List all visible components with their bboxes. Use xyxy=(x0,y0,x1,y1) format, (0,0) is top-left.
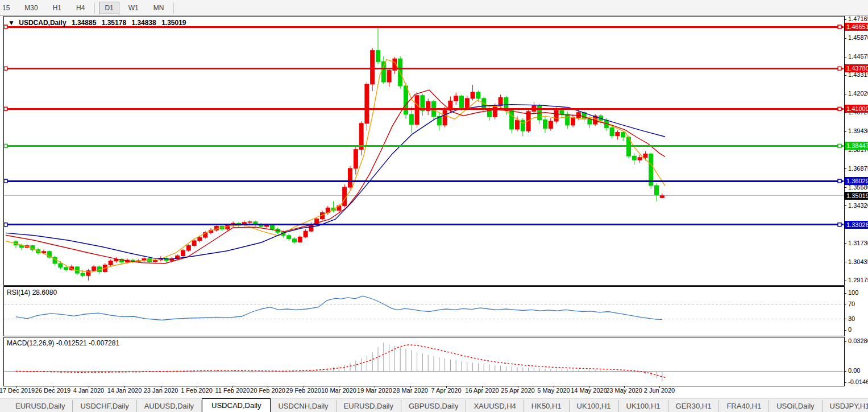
price-tick: 1.36875 xyxy=(848,165,868,172)
chart-tab-usdcnh-daily[interactable]: USDCNH,Daily xyxy=(271,400,336,412)
price-tick: 1.39430 xyxy=(848,127,868,134)
chart-tab-xauusd-h4[interactable]: XAUUSD,H4 xyxy=(466,400,524,412)
price-tick: 1.47165 xyxy=(848,15,868,22)
ohlc-close: 1.35019 xyxy=(161,19,186,27)
price-tick: 1.31730 xyxy=(848,240,868,246)
price-tick: 1.34320 xyxy=(848,202,868,209)
line-handle[interactable] xyxy=(838,223,841,226)
line-handle[interactable] xyxy=(838,144,841,147)
date-label: 10 Mar 2020 xyxy=(321,387,356,394)
ohlc-open: 1.34885 xyxy=(72,19,96,27)
price-tick: 1.30435 xyxy=(848,258,868,265)
chart-tab-usoil-daily[interactable]: USOil,Daily xyxy=(769,400,822,412)
date-label: 28 Mar 2020 xyxy=(393,387,428,394)
line-handle[interactable] xyxy=(838,25,841,28)
macd-indicator-label: MACD(12,26,9) -0.012521 -0.007281 xyxy=(7,339,119,347)
chart-tab-audusd-daily[interactable]: AUDUSD,Daily xyxy=(137,400,202,412)
line-handle[interactable] xyxy=(838,67,841,70)
macd-tick: -0.01467 xyxy=(848,378,868,385)
line-handle[interactable] xyxy=(4,223,7,226)
hline-price-chip: 1.41000 xyxy=(845,105,868,113)
rsi-tick: 100 xyxy=(848,289,858,296)
hline-price-chip: 1.38447 xyxy=(845,142,868,150)
date-label: 2 Jun 2020 xyxy=(644,387,675,394)
line-handle[interactable] xyxy=(838,107,841,110)
date-label: 14 May 2020 xyxy=(571,387,607,394)
date-label: 25 Apr 2020 xyxy=(501,387,534,394)
date-label: 4 Jan 2020 xyxy=(73,387,104,394)
pane-frame xyxy=(3,16,844,285)
chart-tab-uk100-h1[interactable]: UK100,H1 xyxy=(570,400,619,412)
rsi-tick: 70 xyxy=(848,300,855,307)
rsi-tick: 0 xyxy=(848,326,852,333)
date-label: 14 Jan 2020 xyxy=(107,387,142,394)
date-label: 20 Feb 2020 xyxy=(250,387,285,394)
mt4-window: 15M30H1H4D1W1MN ▼ USDCAD,Daily 1.34885 1… xyxy=(0,0,868,412)
date-label: 17 Dec 2019 xyxy=(0,387,35,394)
date-label: 5 May 2020 xyxy=(537,387,570,394)
date-label: 11 Feb 2020 xyxy=(215,387,250,394)
chart-tab-uk100-h1[interactable]: UK100,H1 xyxy=(619,400,668,412)
date-label: 23 May 2020 xyxy=(606,387,642,394)
hline-price-chip: 1.36029 xyxy=(845,177,868,185)
line-handle[interactable] xyxy=(4,107,7,110)
ohlc-high: 1.35178 xyxy=(102,19,126,27)
line-handle[interactable] xyxy=(4,179,7,183)
line-handle[interactable] xyxy=(4,25,7,28)
rsi-indicator-label: RSI(14) 28.6080 xyxy=(7,289,57,296)
symbol-dropdown-icon[interactable]: ▼ xyxy=(8,19,15,27)
date-label: 29 Feb 2020 xyxy=(286,387,321,394)
date-label: 26 Dec 2019 xyxy=(35,387,70,394)
chart-tab-usdjpy-h1[interactable]: USDJPY,H1 xyxy=(823,400,868,412)
chart-tab-ger30-h1[interactable]: GER30,H1 xyxy=(668,400,720,412)
date-label: 1 Feb 2020 xyxy=(181,387,213,394)
hline-price-chip: 1.43780 xyxy=(845,64,868,72)
chart-tab-eurusd-daily[interactable]: EURUSD,Daily xyxy=(337,400,401,412)
price-tick: 1.45870 xyxy=(848,34,868,41)
chart-tab-usdcad-daily[interactable]: USDCAD,Daily xyxy=(202,398,271,412)
chart-tab-hk50-h1[interactable]: HK50,H1 xyxy=(524,400,570,412)
ohlc-low: 1.34838 xyxy=(131,19,156,27)
line-handle[interactable] xyxy=(4,144,7,147)
macd-tick: 0.03280 xyxy=(848,337,868,344)
chart-tab-bar: EURUSD,DailyUSDCHF,DailyAUDUSD,DailyUSDC… xyxy=(0,398,868,412)
chart-title: ▼ USDCAD,Daily 1.34885 1.35178 1.34838 1… xyxy=(8,19,186,27)
chart-tab-eurusd-daily[interactable]: EURUSD,Daily xyxy=(8,400,73,412)
bid-price-chip: 1.35019 xyxy=(845,192,868,200)
date-label: 16 Apr 2020 xyxy=(465,387,499,394)
hline-price-chip: 1.33026 xyxy=(845,221,868,229)
price-tick: 1.44575 xyxy=(848,53,868,60)
date-label: 19 Mar 2020 xyxy=(357,387,392,394)
chart-symbol: USDCAD,Daily xyxy=(19,19,66,27)
line-handle[interactable] xyxy=(4,67,7,70)
price-tick: 1.42020 xyxy=(848,90,868,97)
line-handle[interactable] xyxy=(838,179,841,183)
chart-canvas[interactable] xyxy=(0,0,868,412)
date-label: 23 Jan 2020 xyxy=(144,387,178,394)
macd-tick: 0.00 xyxy=(848,367,860,374)
rsi-tick: 30 xyxy=(848,315,855,322)
date-label: 7 Apr 2020 xyxy=(431,387,461,394)
hline-price-chip: 1.46651 xyxy=(845,23,868,31)
chart-tab-fra40-h1[interactable]: FRA40,H1 xyxy=(719,400,769,412)
chart-tab-gbpusd-daily[interactable]: GBPUSD,Daily xyxy=(401,400,466,412)
chart-tab-usdchf-daily[interactable]: USDCHF,Daily xyxy=(73,400,136,412)
price-tick: 1.29175 xyxy=(848,277,868,283)
pane-frame xyxy=(3,337,844,386)
